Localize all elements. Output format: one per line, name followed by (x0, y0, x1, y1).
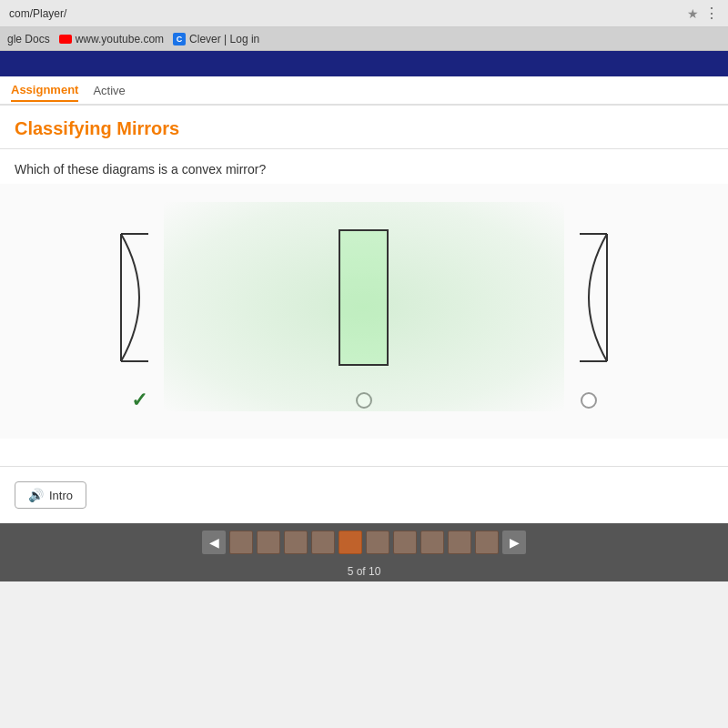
diagram-option-1[interactable]: ✓ (85, 220, 194, 411)
browser-address-bar: com/Player/ ★ ⋮ (0, 0, 728, 27)
mirror-convex-svg (552, 225, 625, 370)
page-box-10[interactable] (475, 531, 499, 554)
bottom-bar: 🔊 Intro (0, 466, 728, 523)
question-title: Classifying Mirrors (0, 106, 728, 149)
nav-bar: Assignment Active (0, 76, 728, 106)
answer-indicator-3 (578, 389, 600, 411)
youtube-icon (59, 35, 72, 44)
mirror-flat-shape (339, 229, 389, 366)
app-header-bar (0, 51, 728, 76)
page-box-8[interactable] (420, 531, 444, 554)
nav-active[interactable]: Active (93, 80, 125, 101)
page-box-9[interactable] (448, 531, 471, 554)
tab-youtube[interactable]: www.youtube.com (59, 33, 164, 46)
mirror-flat-container (309, 220, 419, 375)
browser-tabs: gle Docs www.youtube.com C Clever | Log … (0, 27, 728, 51)
diagram-option-2[interactable] (309, 220, 419, 411)
page-box-5[interactable] (339, 531, 362, 554)
main-content: Classifying Mirrors Which of these diagr… (0, 106, 728, 523)
nav-assignment[interactable]: Assignment (11, 79, 78, 102)
tab-docs[interactable]: gle Docs (7, 33, 50, 46)
clever-icon: C (173, 33, 186, 46)
bookmark-icon[interactable]: ★ (687, 6, 699, 21)
page-box-1[interactable] (229, 531, 253, 554)
radio-circle-3[interactable] (581, 392, 597, 409)
tab-clever[interactable]: C Clever | Log in (173, 33, 259, 46)
next-arrow[interactable]: ▶ (502, 531, 526, 554)
page-counter: 5 of 10 (0, 561, 728, 581)
intro-button-label: Intro (49, 489, 73, 502)
mirror-concave-container (85, 220, 194, 375)
clever-label: Clever | Log in (189, 33, 259, 46)
diagrams-area: ✓ (0, 184, 728, 439)
page-box-2[interactable] (257, 531, 280, 554)
speaker-icon: 🔊 (28, 488, 44, 502)
mirror-convex-container (534, 220, 643, 375)
nav-footer: ◀ ▶ (0, 523, 728, 561)
question-text: Which of these diagrams is a convex mirr… (0, 149, 728, 184)
more-icon[interactable]: ⋮ (704, 5, 719, 22)
mirror-flat-overlay (340, 231, 387, 364)
page-box-3[interactable] (284, 531, 308, 554)
page-box-4[interactable] (311, 531, 335, 554)
url-text: com/Player/ (9, 7, 687, 20)
mirror-concave-svg (103, 225, 176, 370)
checkmark-icon: ✓ (131, 389, 147, 412)
intro-button[interactable]: 🔊 Intro (15, 481, 86, 509)
radio-circle-2[interactable] (356, 392, 372, 409)
docs-label: gle Docs (7, 33, 50, 46)
diagram-option-3[interactable] (534, 220, 643, 411)
page-box-7[interactable] (393, 531, 417, 554)
answer-indicator-1: ✓ (128, 389, 150, 411)
page-box-6[interactable] (366, 531, 389, 554)
answer-indicator-2 (353, 389, 375, 411)
prev-arrow[interactable]: ◀ (202, 531, 226, 554)
youtube-label: www.youtube.com (76, 33, 164, 46)
